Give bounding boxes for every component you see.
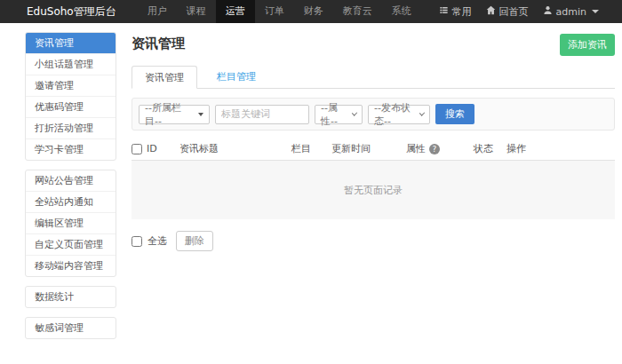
status-select[interactable]: --发布状态-- [368,105,430,124]
nav-item-users[interactable]: 用户 [138,0,177,23]
column-attribute: 属性 ? [406,142,474,155]
sidebar-item-coupon-codes[interactable]: 优惠码管理 [26,96,116,117]
sidebar-item-sensitive-words[interactable]: 敏感词管理 [26,318,116,338]
select-all-bottom-checkbox[interactable] [132,236,142,247]
nav-item-finance[interactable]: 财务 [294,0,333,23]
attribute-select-value: --属性-- [321,101,347,128]
nav-item-orders[interactable]: 订单 [255,0,294,23]
column-attribute-label: 属性 [406,142,426,155]
user-menu[interactable]: admin [543,5,599,18]
nav-item-system[interactable]: 系统 [382,0,421,23]
empty-state-text: 暂无页面记录 [344,184,403,197]
sidebar-item-mobile-content[interactable]: 移动端内容管理 [26,255,116,276]
nav-item-operations[interactable]: 运营 [216,0,255,23]
sidebar-item-site-notifications[interactable]: 全站站内通知 [26,191,116,212]
sidebar-item-editor-blocks[interactable]: 编辑区管理 [26,212,116,233]
sidebar-item-data-statistics[interactable]: 数据统计 [26,287,116,307]
home-label: 回首页 [499,5,529,19]
category-select-value: --所属栏目-- [145,101,193,128]
sidebar-item-group-topics[interactable]: 小组话题管理 [26,53,116,75]
sidebar-item-discount-activities[interactable]: 打折活动管理 [26,117,116,138]
page-title: 资讯管理 [132,28,615,52]
keyword-input[interactable] [215,105,309,124]
sidebar-group-content: 网站公告管理 全站站内通知 编辑区管理 自定义页面管理 移动端内容管理 [25,170,116,277]
sidebar-group-statistics: 数据统计 [25,286,116,308]
main-nav: 用户 课程 运营 订单 财务 教育云 系统 [138,0,421,23]
empty-state: 暂无页面记录 [132,161,615,219]
list-footer: 全选 删除 [132,231,615,251]
home-icon [486,5,496,18]
user-icon [543,5,553,18]
chevron-down-icon [352,110,357,115]
navbar-right: 常用 回首页 admin [439,0,622,23]
attribute-select[interactable]: --属性-- [315,105,363,124]
sidebar-item-site-announcements[interactable]: 网站公告管理 [26,170,116,191]
sidebar-group-operations: 资讯管理 小组话题管理 邀请管理 优惠码管理 打折活动管理 学习卡管理 [25,32,116,161]
tab-news-management[interactable]: 资讯管理 [132,66,197,89]
shortcuts-label: 常用 [452,5,472,19]
caret-down-icon [198,113,203,116]
app-brand: EduSoho管理后台 [0,0,138,23]
delete-button[interactable]: 删除 [176,231,213,251]
main-header: 资讯管理 添加资讯 [132,28,615,59]
column-actions: 操作 [506,142,615,155]
filter-bar: --所属栏目-- --属性-- --发布状态-- 搜索 [132,98,615,131]
sidebar: 资讯管理 小组话题管理 邀请管理 优惠码管理 打折活动管理 学习卡管理 网站公告… [25,32,116,348]
nav-item-edu-cloud[interactable]: 教育云 [333,0,382,23]
status-select-value: --发布状态-- [374,101,415,128]
add-news-button[interactable]: 添加资讯 [560,34,615,56]
sidebar-item-custom-pages[interactable]: 自定义页面管理 [26,233,116,255]
username-label: admin [556,6,586,18]
column-news-title: 资讯标题 [179,142,291,155]
shortcuts-menu[interactable]: 常用 [439,5,472,19]
top-navbar: EduSoho管理后台 用户 课程 运营 订单 财务 教育云 系统 常用 回首页… [0,0,622,23]
admin-page: EduSoho管理后台 用户 课程 运营 订单 财务 教育云 系统 常用 回首页… [0,0,622,364]
column-status: 状态 [474,142,506,155]
category-select[interactable]: --所属栏目-- [139,105,210,124]
column-category: 栏目 [291,142,331,155]
select-all-checkbox[interactable] [132,144,142,154]
chevron-down-icon [592,10,599,13]
help-icon[interactable]: ? [429,144,440,154]
nav-item-courses[interactable]: 课程 [177,0,216,23]
back-to-home-link[interactable]: 回首页 [486,5,529,19]
select-all-label: 全选 [148,234,167,248]
tab-category-management[interactable]: 栏目管理 [204,66,268,88]
chevron-down-icon [419,110,425,115]
search-button[interactable]: 搜索 [435,104,474,124]
column-id: ID [132,143,179,154]
tab-bar: 资讯管理 栏目管理 [132,66,615,89]
sidebar-item-news-management[interactable]: 资讯管理 [26,33,116,53]
sidebar-item-learning-cards[interactable]: 学习卡管理 [26,138,116,160]
sidebar-group-sensitive-words: 敏感词管理 [25,317,116,339]
table-header: ID 资讯标题 栏目 更新时间 属性 ? 状态 操作 [132,138,615,161]
column-updated-time: 更新时间 [331,142,406,155]
column-id-label: ID [147,143,157,154]
list-icon [439,5,449,18]
sidebar-item-invitations[interactable]: 邀请管理 [26,75,116,96]
main-content: 资讯管理 添加资讯 资讯管理 栏目管理 --所属栏目-- --属性-- --发布… [132,28,615,251]
